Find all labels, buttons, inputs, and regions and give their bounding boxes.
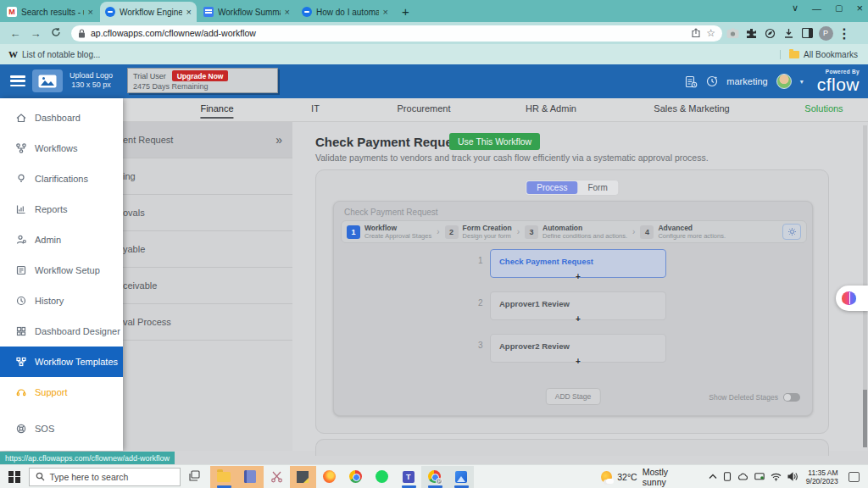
step-automation[interactable]: 3 AutomationDefine conditions and action… — [525, 224, 627, 240]
collapse-chevron-icon[interactable]: » — [275, 133, 282, 147]
template-row[interactable]: val Process — [123, 304, 292, 341]
side-panel-icon[interactable] — [798, 28, 815, 38]
cloud-icon[interactable] — [737, 473, 748, 480]
taskbar-search[interactable]: Type here to search — [29, 468, 181, 486]
sidebar-item-sos[interactable]: SOS — [0, 413, 123, 444]
close-icon[interactable]: × — [186, 7, 192, 17]
close-icon[interactable]: × — [383, 7, 388, 17]
add-stage-plus-icon[interactable]: + — [576, 272, 581, 281]
menu-dots-icon[interactable]: ⋮ — [836, 25, 853, 42]
upgrade-now-button[interactable]: Upgrade Now — [172, 70, 229, 81]
volume-icon[interactable] — [787, 472, 798, 481]
step-workflow[interactable]: 1 WorkflowCreate Approval Stages — [347, 224, 431, 240]
template-row[interactable]: ent Request » — [123, 122, 292, 158]
nav-it[interactable]: IT — [311, 103, 320, 114]
stage-check-payment-request[interactable]: Check Payment Request + — [490, 249, 666, 278]
taskbar-snipping-tool[interactable] — [264, 466, 290, 488]
tab-search-icon[interactable]: ∨ — [792, 3, 798, 14]
close-icon[interactable]: × — [285, 7, 290, 17]
maximize-button[interactable]: ▢ — [835, 3, 843, 13]
all-bookmarks[interactable]: All Bookmarks — [780, 50, 868, 59]
download-icon[interactable] — [780, 28, 797, 39]
extension-eco-icon[interactable] — [761, 28, 778, 39]
taskbar-chrome[interactable] — [342, 466, 369, 488]
show-deleted-toggle[interactable] — [783, 393, 800, 402]
nav-sales-marketing[interactable]: Sales & Marketing — [654, 103, 729, 114]
sidebar-item-workflow-setup[interactable]: Workflow Setup — [0, 255, 123, 286]
tab-workflow-engine[interactable]: Workflow Engine × — [100, 2, 197, 22]
phone-link-icon[interactable] — [723, 472, 732, 481]
assistant-extension-button[interactable] — [836, 286, 868, 311]
stage-approver1-review[interactable]: Approver1 Review + — [490, 291, 666, 320]
report-icon[interactable] — [685, 75, 698, 88]
tab-search-results[interactable]: M Search results - uthra@cavintek.c × — [2, 2, 98, 22]
taskbar-notepad[interactable] — [290, 466, 316, 488]
taskbar-weather[interactable]: 32°C Mostly sunny — [601, 467, 689, 487]
taskbar-onenote[interactable] — [237, 466, 264, 488]
reload-button[interactable] — [46, 27, 66, 40]
bookmark-star-icon[interactable]: ☆ — [706, 27, 715, 39]
step-form-creation[interactable]: 2 Form CreationDesign your form — [445, 224, 512, 240]
address-bar[interactable]: ap.cflowapps.com/cflownew/add-workflow ☆ — [71, 25, 722, 42]
sidebar-item-clarifications[interactable]: Clarifications — [0, 164, 123, 194]
user-avatar[interactable] — [776, 74, 792, 89]
forward-button[interactable]: → — [25, 27, 46, 40]
task-view-icon[interactable] — [189, 469, 202, 485]
screenshot-extension-icon[interactable] — [724, 28, 741, 39]
use-this-workflow-button[interactable]: Use This Workflow — [449, 133, 540, 150]
tab-automate-business[interactable]: How do I automate business pro × — [297, 2, 393, 22]
new-tab-button[interactable]: + — [402, 4, 409, 19]
user-name[interactable]: marketing — [726, 76, 767, 86]
stage-approver2-review[interactable]: Approver2 Review + — [490, 334, 666, 363]
chevron-down-icon[interactable]: ▾ — [800, 78, 804, 86]
add-stage-plus-icon[interactable]: + — [576, 314, 581, 324]
taskbar-photos[interactable] — [448, 466, 474, 488]
sidebar-item-support[interactable]: Support — [0, 377, 123, 408]
clock-icon[interactable] — [706, 75, 718, 87]
template-row[interactable]: ovals — [123, 195, 292, 231]
taskbar-spotify[interactable] — [369, 466, 395, 488]
sidebar-item-admin[interactable]: Admin — [0, 225, 123, 255]
back-button[interactable]: ← — [5, 27, 25, 40]
nav-procurement[interactable]: Procurement — [398, 103, 451, 114]
minimize-button[interactable]: — — [812, 3, 821, 14]
wifi-icon[interactable] — [771, 473, 782, 481]
nav-finance[interactable]: Finance — [200, 103, 233, 119]
close-window-button[interactable]: × — [856, 2, 863, 14]
close-icon[interactable]: × — [88, 7, 93, 17]
sidebar-item-reports[interactable]: Reports — [0, 194, 123, 225]
hamburger-menu-icon[interactable] — [10, 75, 25, 86]
sidebar-item-history[interactable]: History — [0, 286, 123, 316]
taskbar-firefox[interactable] — [316, 466, 342, 488]
taskbar-teams[interactable]: T — [395, 466, 421, 488]
profile-avatar[interactable]: P — [817, 26, 834, 41]
notification-center-icon[interactable] — [849, 472, 860, 482]
tab-workflow-summary[interactable]: Workflow Summary Help Docum × — [198, 2, 295, 22]
bookmark-item[interactable]: List of notable blog... — [22, 50, 100, 59]
tray-chevron-icon[interactable] — [709, 474, 717, 480]
sidebar-item-dashboard-designer[interactable]: Dashboard Designer — [0, 316, 123, 347]
add-stage-button[interactable]: ADD Stage — [546, 388, 601, 405]
nav-hr-admin[interactable]: HR & Admin — [526, 103, 576, 114]
stepper-settings-button[interactable] — [782, 224, 801, 240]
taskbar-file-explorer[interactable] — [210, 466, 236, 488]
scrollbar-thumb[interactable] — [863, 390, 867, 447]
sidebar-item-workflow-templates[interactable]: Workflow Templates — [0, 347, 123, 377]
template-row[interactable]: yable — [123, 231, 292, 268]
extensions-puzzle-icon[interactable] — [743, 28, 760, 39]
upload-logo-placeholder[interactable] — [32, 69, 63, 92]
step-advanced[interactable]: 4 AdvancedConfigure more actions. — [640, 224, 726, 240]
template-row[interactable]: ceivable — [123, 268, 292, 304]
toggle-process[interactable]: Process — [526, 181, 577, 194]
taskbar-clock[interactable]: 11:35 AM 9/20/2023 — [806, 469, 838, 485]
nav-solutions[interactable]: Solutions — [804, 103, 843, 114]
display-cast-icon[interactable] — [754, 473, 765, 481]
sidebar-item-workflows[interactable]: Workflows — [0, 133, 123, 164]
share-icon[interactable] — [691, 28, 701, 38]
toggle-form[interactable]: Form — [577, 181, 617, 194]
add-stage-plus-icon[interactable]: + — [576, 357, 581, 366]
start-button[interactable] — [8, 471, 20, 483]
template-row[interactable]: ing — [123, 158, 292, 195]
taskbar-chrome-profile[interactable]: P — [421, 466, 448, 488]
sidebar-item-dashboard[interactable]: Dashboard — [0, 103, 123, 133]
